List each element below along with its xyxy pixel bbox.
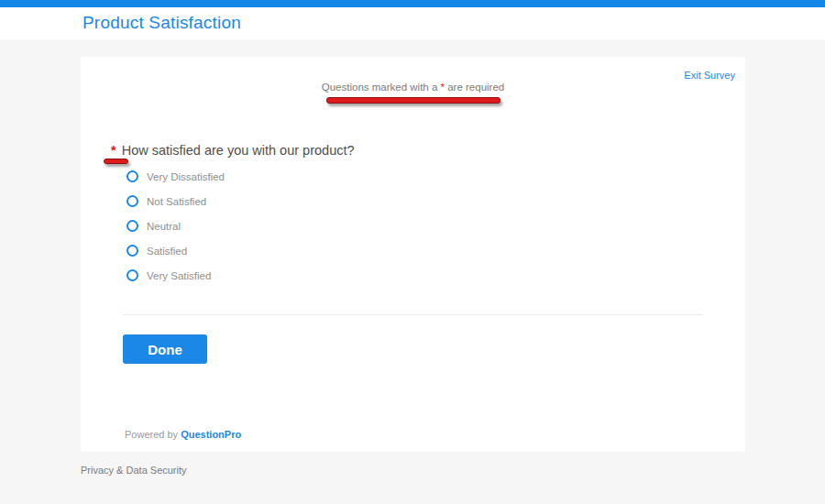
questionpro-brand-link[interactable]: QuestionPro — [181, 429, 241, 440]
exit-survey-link[interactable]: Exit Survey — [684, 70, 735, 81]
question-text: *How satisfied are you with our product? — [111, 143, 355, 158]
option-satisfied[interactable]: Satisfied — [126, 245, 225, 257]
required-note-prefix: Questions marked with a — [322, 82, 441, 93]
survey-page: Product Satisfaction Exit Survey Questio… — [0, 0, 825, 504]
header-bar: Product Satisfaction — [0, 7, 825, 39]
answer-options: Very Dissatisfied Not Satisfied Neutral … — [126, 170, 225, 294]
page-title: Product Satisfaction — [82, 13, 241, 33]
section-divider — [123, 314, 703, 315]
option-label: Not Satisfied — [147, 196, 206, 207]
option-label: Very Dissatisfied — [147, 171, 225, 182]
radio-icon[interactable] — [126, 220, 138, 232]
privacy-data-security-link[interactable]: Privacy & Data Security — [81, 465, 187, 476]
radio-icon[interactable] — [126, 170, 138, 182]
top-accent-bar — [0, 0, 825, 7]
required-note-suffix: are required — [445, 82, 504, 93]
option-neutral[interactable]: Neutral — [126, 220, 225, 232]
radio-icon[interactable] — [126, 245, 138, 257]
survey-card: Exit Survey Questions marked with a * ar… — [81, 57, 745, 452]
done-button[interactable]: Done — [123, 334, 207, 364]
radio-icon[interactable] — [126, 269, 138, 281]
option-not-satisfied[interactable]: Not Satisfied — [126, 195, 225, 207]
powered-by: Powered by QuestionPro — [125, 429, 241, 440]
red-underline-annotation-asterisk — [104, 159, 128, 164]
powered-by-prefix: Powered by — [125, 429, 181, 440]
option-label: Neutral — [147, 221, 181, 232]
required-note: Questions marked with a * are required — [81, 82, 745, 93]
question-required-asterisk: * — [111, 143, 116, 158]
question-label: How satisfied are you with our product? — [122, 143, 355, 158]
option-label: Satisfied — [147, 246, 187, 257]
red-underline-annotation-note — [326, 97, 500, 104]
radio-icon[interactable] — [126, 195, 138, 207]
option-very-dissatisfied[interactable]: Very Dissatisfied — [126, 170, 225, 182]
option-label: Very Satisfied — [147, 270, 211, 281]
option-very-satisfied[interactable]: Very Satisfied — [126, 269, 225, 281]
